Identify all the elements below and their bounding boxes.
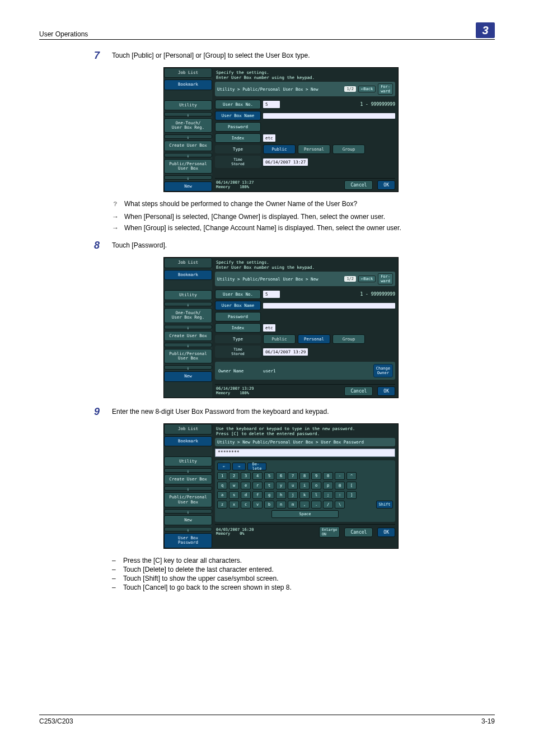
keyboard-key[interactable]: [ [346, 482, 357, 489]
keyboard-key[interactable]: g [264, 491, 274, 499]
bookmark-button[interactable]: Bookmark [164, 80, 212, 90]
keyboard-key[interactable]: 5 [264, 472, 274, 480]
keyboard-key[interactable]: / [323, 501, 333, 508]
keyboard-key[interactable]: t [264, 482, 274, 489]
utility-button[interactable]: Utility [164, 100, 212, 110]
keyboard-key[interactable]: 6 [276, 472, 286, 480]
create-user-box-button[interactable]: Create User Box [164, 474, 212, 484]
keyboard-key[interactable]: 8 [299, 472, 310, 480]
job-list-button[interactable]: Job List [164, 68, 212, 78]
public-personal-button[interactable]: Public/Personal User Box [164, 492, 212, 507]
keyboard-key[interactable]: , [299, 501, 310, 508]
password-field[interactable]: ******** [215, 449, 395, 457]
public-personal-button[interactable]: Public/Personal User Box [164, 349, 212, 364]
keyboard-key[interactable]: \ [335, 501, 345, 508]
keyboard-key[interactable]: l [311, 491, 321, 499]
cancel-button[interactable]: Cancel [344, 180, 373, 190]
user-box-no-label[interactable]: User Box No. [215, 100, 261, 109]
ok-button[interactable]: OK [377, 180, 395, 190]
type-personal-option[interactable]: Personal [298, 144, 330, 154]
keyboard-key[interactable]: 1 [217, 472, 227, 480]
keyboard-key[interactable]: - [335, 472, 345, 480]
type-public-option[interactable]: Public [263, 334, 296, 344]
keyboard-key[interactable]: v [252, 501, 263, 508]
public-personal-button[interactable]: Public/Personal User Box [164, 159, 212, 174]
new-button[interactable]: New [164, 371, 212, 381]
keyboard-key[interactable]: u [288, 482, 298, 489]
enlarge-button[interactable]: Enlarge ON [319, 526, 340, 538]
create-user-box-button[interactable]: Create User Box [164, 331, 212, 341]
user-box-name-button[interactable]: User Box Name [215, 111, 261, 120]
keyboard-key[interactable]: . [311, 501, 321, 508]
user-box-no-label[interactable]: User Box No. [215, 290, 261, 299]
create-user-box-button[interactable]: Create User Box [164, 141, 212, 151]
bookmark-button[interactable]: Bookmark [164, 436, 212, 446]
type-group-option[interactable]: Group [332, 334, 365, 344]
delete-key[interactable]: De- lete [247, 463, 266, 470]
keyboard-key[interactable]: m [288, 501, 298, 508]
keyboard-key[interactable]: y [276, 482, 286, 489]
new-button[interactable]: New [164, 181, 212, 192]
keyboard-key[interactable]: : [335, 491, 345, 499]
keyboard-key[interactable]: q [217, 482, 227, 489]
keyboard-key[interactable]: j [288, 491, 298, 499]
keyboard-key[interactable]: f [252, 491, 263, 499]
cancel-button[interactable]: Cancel [344, 528, 373, 537]
keyboard-key[interactable]: c [241, 501, 251, 508]
keyboard-key[interactable]: x [229, 501, 239, 508]
one-touch-button[interactable]: One-Touch/ User Box Reg. [164, 308, 212, 323]
utility-button[interactable]: Utility [164, 290, 212, 300]
shift-key[interactable]: Shift [376, 501, 393, 508]
back-button[interactable]: ←Back [358, 86, 376, 92]
back-button[interactable]: ←Back [358, 276, 376, 282]
keyboard-key[interactable]: ^ [346, 472, 357, 480]
bookmark-button[interactable]: Bookmark [164, 270, 212, 280]
keyboard-key[interactable]: 9 [311, 472, 321, 480]
password-button[interactable]: Password [215, 122, 261, 132]
user-box-name-button[interactable]: User Box Name [215, 301, 261, 310]
keyboard-key[interactable]: k [299, 491, 310, 499]
change-owner-button[interactable]: Change Owner [373, 364, 393, 377]
keyboard-key[interactable]: z [217, 501, 227, 508]
cancel-button[interactable]: Cancel [344, 386, 373, 396]
keyboard-key[interactable]: 7 [288, 472, 298, 480]
new-button[interactable]: New [164, 515, 212, 525]
type-group-option[interactable]: Group [332, 144, 365, 154]
keyboard-key[interactable]: n [276, 501, 286, 508]
ok-button[interactable]: OK [377, 528, 395, 537]
user-box-password-button[interactable]: User Box Password [164, 533, 212, 548]
keyboard-key[interactable]: s [229, 491, 239, 499]
keyboard-key[interactable]: ] [346, 491, 357, 499]
cursor-right-key[interactable]: → [232, 463, 246, 470]
forward-button[interactable]: For- ward [378, 273, 393, 284]
index-button[interactable]: Index [215, 323, 261, 333]
one-touch-button[interactable]: One-Touch/ User Box Reg. [164, 118, 212, 133]
space-key[interactable]: Space [271, 510, 339, 518]
keyboard-key[interactable]: o [311, 482, 321, 489]
utility-button[interactable]: Utility [164, 456, 212, 466]
type-personal-option[interactable]: Personal [298, 334, 330, 344]
forward-button[interactable]: For- ward [378, 83, 393, 95]
keyboard-key[interactable]: b [264, 501, 274, 508]
keyboard-key[interactable]: h [276, 491, 286, 499]
password-button[interactable]: Password [215, 312, 261, 321]
index-button[interactable]: Index [215, 133, 261, 143]
keyboard-key[interactable]: i [299, 482, 310, 489]
keyboard-key[interactable]: a [217, 491, 227, 499]
job-list-button[interactable]: Job List [164, 424, 212, 434]
type-public-option[interactable]: Public [263, 144, 296, 154]
keyboard-key[interactable]: ; [323, 491, 333, 499]
job-list-button[interactable]: Job List [164, 258, 212, 268]
keyboard-key[interactable]: e [241, 482, 251, 489]
keyboard-key[interactable]: p [323, 482, 333, 489]
keyboard-key[interactable]: 0 [323, 472, 333, 480]
keyboard-key[interactable]: w [229, 482, 239, 489]
cursor-left-key[interactable]: ← [217, 463, 231, 470]
ok-button[interactable]: OK [377, 386, 395, 396]
keyboard-key[interactable]: @ [335, 482, 345, 489]
keyboard-key[interactable]: r [252, 482, 263, 489]
keyboard-key[interactable]: 2 [229, 472, 239, 480]
keyboard-key[interactable]: 4 [252, 472, 263, 480]
keyboard-key[interactable]: d [241, 491, 251, 499]
keyboard-key[interactable]: 3 [241, 472, 251, 480]
